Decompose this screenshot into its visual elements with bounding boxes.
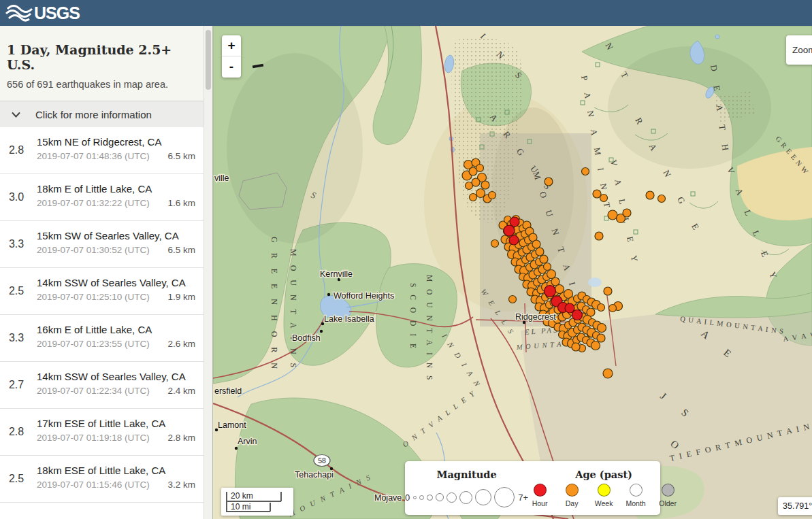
legend-age-item: Older: [656, 484, 679, 507]
earthquake-marker-day[interactable]: [544, 263, 551, 271]
town-label: Mojave: [374, 493, 402, 503]
scrollbar-thumb[interactable]: [206, 30, 211, 90]
earthquake-marker-day[interactable]: [532, 240, 540, 248]
legend-magnitude-scale: 0 7+: [405, 487, 528, 507]
earthquake-list-item[interactable]: 2.817km ESE of Little Lake, CA2019-07-07…: [0, 409, 204, 456]
age-label: Hour: [532, 499, 548, 507]
earthquake-marker-day[interactable]: [509, 296, 517, 303]
earthquake-marker-day[interactable]: [489, 192, 496, 199]
event-time: 2019-07-07 01:30:52 (UTC): [37, 245, 150, 255]
age-color-dot: [534, 484, 547, 497]
legend-age-section: Age (past) HourDayWeekMonthOlder: [528, 461, 679, 515]
earthquake-marker-hour[interactable]: [545, 286, 556, 297]
legend-magnitude-min: 0: [405, 492, 410, 503]
map-range-label: S C O D I E: [409, 283, 417, 351]
earthquake-marker-hour[interactable]: [504, 225, 515, 236]
magnitude-scale-circle: [436, 493, 444, 501]
more-information-expander[interactable]: Click for more information: [0, 101, 204, 128]
map-range-label: G R E E N H O R N: [270, 237, 279, 373]
event-depth: 2.6 km: [167, 339, 195, 349]
earthquake-marker-day[interactable]: [598, 324, 606, 333]
event-depth: 1.6 km: [167, 198, 195, 208]
map-scale-bar: 20 km 10 mi: [221, 488, 293, 516]
earthquake-list-item[interactable]: 2.514km SSW of Searles Valley, CA2019-07…: [0, 268, 204, 315]
earthquake-marker-hour[interactable]: [509, 235, 519, 245]
event-time: 2019-07-07 01:25:10 (UTC): [37, 292, 150, 302]
event-depth: 6.5 km: [167, 151, 195, 161]
magnitude-scale-circle: [475, 489, 491, 505]
town-dot: [327, 293, 330, 296]
earthquake-marker-day[interactable]: [603, 369, 613, 378]
earthquake-marker-day[interactable]: [623, 209, 631, 217]
magnitude-value: 2.8: [0, 409, 33, 455]
age-label: Day: [566, 499, 579, 507]
earthquake-marker-day[interactable]: [608, 210, 617, 220]
event-location: 18km ESE of Little Lake, CA: [37, 465, 195, 476]
earthquake-marker-day[interactable]: [597, 334, 605, 342]
earthquake-list-item[interactable]: 2.815km NE of Ridgecrest, CA2019-07-07 0…: [0, 127, 204, 174]
usgs-waves-icon: [5, 3, 34, 22]
magnitude-value: 2.5: [0, 456, 33, 502]
earthquake-marker-day[interactable]: [476, 165, 484, 172]
earthquake-list-item[interactable]: 2.518km ESE of Little Lake, CA2019-07-07…: [0, 456, 204, 503]
earthquake-list-item[interactable]: 3.316km E of Little Lake, CA2019-07-07 0…: [0, 315, 204, 362]
earthquake-marker-day[interactable]: [591, 341, 600, 350]
sidebar-scrollbar[interactable]: [204, 26, 212, 519]
earthquake-marker-day[interactable]: [547, 270, 556, 279]
town-label: ersfield: [214, 386, 242, 396]
magnitude-value: 2.5: [0, 268, 33, 314]
magnitude-value: 3.0: [0, 174, 33, 220]
event-depth: 1.9 km: [167, 292, 195, 302]
town-label: Lamont: [218, 420, 246, 430]
earthquake-list-item[interactable]: 3.018km E of Little Lake, CA2019-07-07 0…: [0, 174, 204, 221]
earthquake-marker-day[interactable]: [598, 304, 605, 312]
earthquake-marker-day[interactable]: [600, 195, 608, 202]
map-legend: Magnitude 0 7+ Age (past) HourDayWeekMon…: [405, 461, 660, 515]
earthquake-marker-day[interactable]: [545, 178, 553, 186]
earthquake-marker-day[interactable]: [582, 168, 589, 175]
earthquake-marker-day[interactable]: [646, 191, 654, 199]
earthquake-list-item[interactable]: 3.315km SW of Searles Valley, CA2019-07-…: [0, 221, 204, 268]
earthquake-marker-day[interactable]: [595, 232, 603, 240]
earthquake-marker-day[interactable]: [536, 248, 544, 256]
earthquake-marker-day[interactable]: [658, 195, 666, 203]
earthquake-marker-day[interactable]: [481, 181, 489, 189]
highway-58-shield: 58: [314, 455, 330, 467]
earthquake-marker-day[interactable]: [609, 305, 617, 312]
earthquake-marker-hour[interactable]: [510, 217, 519, 227]
magnitude-value: 2.8: [0, 127, 33, 173]
map-range-label: M O U N T A I N S: [289, 249, 298, 371]
earthquake-marker-day[interactable]: [555, 285, 564, 294]
map-canvas[interactable]: I N SG R E E N H O R NM O U N T A I N SS…: [213, 26, 812, 519]
earthquake-marker-day[interactable]: [491, 240, 499, 248]
list-header: 1 Day, Magnitude 2.5+ U.S. 656 of 691 ea…: [0, 26, 212, 90]
age-label: Week: [595, 499, 613, 507]
legend-magnitude-max: 7+: [518, 492, 528, 503]
event-location: 15km SW of Searles Valley, CA: [37, 230, 195, 241]
town-label: Kernville: [320, 269, 353, 279]
usgs-wordmark: USGS: [34, 3, 80, 23]
earthquake-marker-hour[interactable]: [572, 310, 583, 320]
event-time: 2019-07-07 01:23:55 (UTC): [37, 339, 150, 349]
earthquake-list-item[interactable]: 2.714km SSW of Searles Valley, CA2019-07…: [0, 362, 204, 409]
zoom-in-button[interactable]: +: [222, 35, 241, 56]
event-depth: 3.2 km: [167, 480, 195, 490]
town-label: Ridgecrest: [515, 312, 556, 322]
chevron-down-icon: [12, 112, 20, 118]
usgs-logo[interactable]: USGS: [5, 3, 80, 23]
earthquake-marker-day[interactable]: [604, 287, 612, 295]
legend-age-item: Day: [560, 484, 583, 507]
legend-magnitude-title: Magnitude: [405, 469, 528, 480]
magnitude-scale-circle: [419, 495, 424, 500]
earthquake-marker-day[interactable]: [572, 343, 580, 351]
town-label: Wofford Heights: [334, 291, 394, 301]
event-location: 16km E of Little Lake, CA: [37, 324, 195, 335]
earthquake-marker-day[interactable]: [540, 255, 548, 263]
earthquake-marker-day[interactable]: [466, 182, 473, 190]
legend-age-item: Hour: [528, 484, 551, 507]
zoom-to-button[interactable]: Zoom: [786, 35, 812, 65]
earthquake-marker-day[interactable]: [470, 194, 477, 201]
zoom-out-button[interactable]: -: [222, 56, 241, 77]
town-label: Bodfish: [292, 333, 321, 343]
town-label: Lake Isabella: [324, 314, 374, 324]
